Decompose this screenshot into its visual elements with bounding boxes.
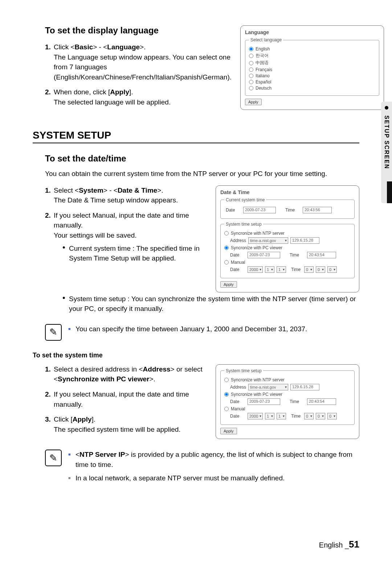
lang-opt-french[interactable]: Français xyxy=(249,67,375,72)
systime-ip: 129.6.15.28 xyxy=(290,384,319,390)
lang-opt-chinese[interactable]: 中国语 xyxy=(249,60,375,66)
systime-min[interactable]: 0 xyxy=(316,413,325,419)
systime-step-1: 1. Select a desired address in <Address>… xyxy=(45,364,207,384)
datetime-heading: To set the date/time xyxy=(45,153,359,164)
note-icon: ✎ xyxy=(45,324,62,341)
dt-bullet-current: Current system time : The specified time… xyxy=(62,243,207,263)
lang-step-1: 1. Click <Basic> - <Language>. The Langu… xyxy=(45,42,232,82)
systime-step-2: 2. If you select Manual, input the date … xyxy=(45,389,207,409)
current-date: 2009-07-23 xyxy=(243,207,276,213)
systime-step-3: 3. Click [Apply]. The specified system t… xyxy=(45,414,207,434)
systime-year[interactable]: 2000 xyxy=(248,413,263,419)
current-time-fieldset: Current system time Date 2009-07-23 Time… xyxy=(220,197,355,219)
page-footer: English _51 xyxy=(319,539,359,550)
datetime-panel-title: Date & Time xyxy=(220,189,355,195)
language-fieldset: Select language English 한국어 中国语 Français… xyxy=(245,37,379,96)
manual-year[interactable]: 2000 xyxy=(248,266,263,273)
systime-day[interactable]: 1 xyxy=(277,413,286,419)
manual-month[interactable]: 1 xyxy=(265,266,274,273)
side-black-marker xyxy=(387,181,392,203)
ntp-ip: 129.6.15.28 xyxy=(290,237,319,244)
side-tab-dot xyxy=(385,106,388,110)
system-setup-heading: SYSTEM SETUP xyxy=(33,130,359,143)
manual-sec[interactable]: 0 xyxy=(327,266,337,273)
systime-apply-button[interactable]: Apply xyxy=(220,428,237,434)
systime-month[interactable]: 1 xyxy=(265,413,274,419)
systime-hour[interactable]: 0 xyxy=(304,413,314,419)
pc-time: 20:43:54 xyxy=(307,252,336,258)
opt-pc[interactable]: Syncronize with PC viewer xyxy=(224,245,351,250)
systime-sec[interactable]: 0 xyxy=(327,413,337,419)
opt-ntp[interactable]: Syncronize with NTP server xyxy=(224,231,351,236)
datetime-intro: You can obtain the current system time f… xyxy=(45,169,359,179)
systime-fieldset: System time setup Syncronize with NTP se… xyxy=(220,368,355,425)
manual-min[interactable]: 0 xyxy=(316,266,325,273)
dt-step-1: 1. Select <System> - <Date & Time>. The … xyxy=(45,185,207,205)
lang-opt-italian[interactable]: Italiano xyxy=(249,73,375,78)
systime-pc-time: 20:43:54 xyxy=(307,398,336,405)
language-panel-title: Language xyxy=(245,29,379,35)
systime-opt-manual[interactable]: Manual xyxy=(224,406,351,411)
datetime-panel: Date & Time Current system time Date 200… xyxy=(216,185,359,292)
manual-hour[interactable]: 0 xyxy=(304,266,314,273)
lang-heading: To set the display language xyxy=(45,25,232,36)
systime-heading: To set the system time xyxy=(33,352,359,359)
systime-opt-pc[interactable]: Syncronize with PC viewer xyxy=(224,392,351,397)
dt-step-2: 2. If you select Manual, input the date … xyxy=(45,210,207,263)
note-local-ntp: In a local network, a separate NTP serve… xyxy=(68,473,359,483)
lang-step-2: 2. When done, click [Apply]. The selecte… xyxy=(45,87,232,107)
opt-manual[interactable]: Manual xyxy=(224,260,351,265)
pc-date: 2009-07-23 xyxy=(248,252,280,258)
language-apply-button[interactable]: Apply xyxy=(245,99,262,105)
current-time: 20:43:56 xyxy=(303,207,332,213)
systime-address-select[interactable]: time-a.nist.gov xyxy=(248,384,288,390)
lang-opt-german[interactable]: Deutsch xyxy=(249,86,375,91)
systime-opt-ntp[interactable]: Syncronize with NTP server xyxy=(224,377,351,382)
ntp-address-select[interactable]: time-a.nist.gov xyxy=(248,237,288,244)
note-time-range: You can specify the time between January… xyxy=(68,324,359,334)
manual-day[interactable]: 1 xyxy=(277,266,286,273)
lang-opt-korean[interactable]: 한국어 xyxy=(249,53,375,59)
systime-pc-date: 2009-07-23 xyxy=(248,398,280,405)
datetime-apply-button[interactable]: Apply xyxy=(220,281,237,288)
note-ntp-ip: <NTP Server IP> is provided by a public … xyxy=(68,450,359,469)
systime-panel: System time setup Syncronize with NTP se… xyxy=(216,364,359,439)
lang-opt-spanish[interactable]: Español xyxy=(249,79,375,85)
language-panel: Language Select language English 한국어 中国语… xyxy=(240,25,384,110)
lang-opt-english[interactable]: English xyxy=(249,46,375,52)
dt-bullet-setup: System time setup : You can synchronize … xyxy=(62,294,359,314)
system-time-setup-fieldset: System time setup Syncronize with NTP se… xyxy=(220,222,355,278)
note-icon: ✎ xyxy=(45,450,62,466)
side-tab-label: SETUP SCREEN xyxy=(383,115,390,169)
